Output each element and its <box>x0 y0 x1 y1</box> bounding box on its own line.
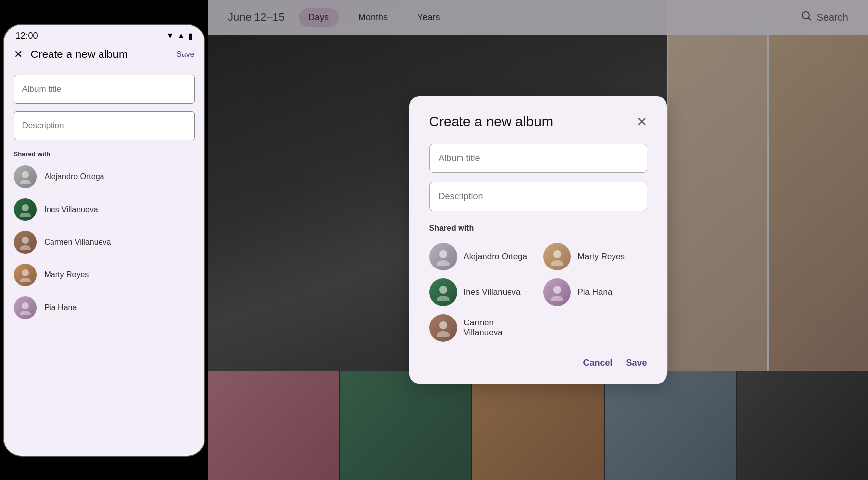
phone-status-bar: 12:00 ▼ ▲ ▮ <box>4 25 204 44</box>
avatar-alejandro <box>14 165 37 188</box>
svg-point-15 <box>551 260 563 266</box>
svg-point-4 <box>22 237 29 244</box>
phone-contact-carmen: Carmen Villanueva <box>14 231 195 254</box>
tablet-container: June 12–15 Days Months Years Search Crea… <box>208 0 868 480</box>
phone-screen-title: Create a new album <box>31 48 169 61</box>
svg-point-7 <box>20 278 31 282</box>
svg-point-1 <box>20 180 31 184</box>
svg-point-18 <box>553 286 561 294</box>
modal-description-input[interactable] <box>429 182 647 211</box>
modal-avatar-ines <box>429 278 457 306</box>
phone-contact-name-pia: Pia Hana <box>45 303 77 312</box>
wifi-icon: ▼ <box>166 31 174 40</box>
svg-point-8 <box>22 302 29 309</box>
modal-contact-name-carmen: Carmen Villanueva <box>464 318 533 338</box>
svg-point-9 <box>20 311 31 315</box>
phone-time: 12:00 <box>16 31 38 41</box>
modal-contact-alejandro: Alejandro Ortega <box>429 243 533 270</box>
phone-contact-name-carmen: Carmen Villanueva <box>45 238 111 247</box>
phone-shared-with-label: Shared with <box>14 150 195 158</box>
svg-point-2 <box>22 204 29 211</box>
phone-container: 12:00 ▼ ▲ ▮ ✕ Create a new album Save Sh… <box>0 0 208 480</box>
modal-contact-name-pia: Pia Hana <box>578 287 613 297</box>
svg-point-5 <box>20 245 31 250</box>
svg-point-13 <box>437 260 450 266</box>
modal-album-title-input[interactable] <box>429 144 647 173</box>
phone-save-button[interactable]: Save <box>176 50 194 59</box>
svg-point-6 <box>22 269 29 276</box>
phone-content: Shared with Alejandro Ortega Ines Villan… <box>4 67 204 456</box>
modal-contact-empty <box>543 314 647 342</box>
modal-contact-pia: Pia Hana <box>543 278 647 306</box>
modal-close-button[interactable]: ✕ <box>636 115 647 128</box>
modal-contact-marty: Marty Reyes <box>543 243 647 270</box>
modal-avatar-carmen <box>429 314 457 342</box>
modal-contact-name-alejandro: Alejandro Ortega <box>464 252 528 262</box>
modal-contact-carmen: Carmen Villanueva <box>429 314 533 342</box>
modal-contact-name-ines: Ines Villanueva <box>464 287 521 297</box>
modal-overlay: Create a new album ✕ Shared with Alejand… <box>208 0 868 480</box>
signal-icon: ▲ <box>177 31 185 40</box>
svg-point-14 <box>553 250 561 258</box>
phone-description-input[interactable] <box>14 111 195 140</box>
svg-point-20 <box>439 321 447 329</box>
avatar-pia <box>14 296 37 319</box>
modal-avatar-marty <box>543 243 571 270</box>
phone-contact-pia: Pia Hana <box>14 296 195 319</box>
modal-cancel-button[interactable]: Cancel <box>583 358 612 368</box>
phone-contact-ines: Ines Villanueva <box>14 198 195 221</box>
svg-point-0 <box>22 171 29 178</box>
modal-avatar-alejandro <box>429 243 457 270</box>
phone-toolbar: ✕ Create a new album Save <box>4 44 204 67</box>
phone: 12:00 ▼ ▲ ▮ ✕ Create a new album Save Sh… <box>4 25 204 456</box>
svg-point-12 <box>439 250 447 258</box>
phone-contact-name-alejandro: Alejandro Ortega <box>45 172 104 181</box>
avatar-ines <box>14 198 37 221</box>
svg-point-16 <box>439 286 447 294</box>
modal-contact-name-marty: Marty Reyes <box>578 252 625 262</box>
modal-avatar-pia <box>543 278 571 306</box>
modal-title: Create a new album <box>429 114 554 130</box>
phone-close-button[interactable]: ✕ <box>14 48 23 61</box>
phone-status-icons: ▼ ▲ ▮ <box>166 31 193 41</box>
battery-icon: ▮ <box>188 31 193 41</box>
svg-point-21 <box>437 331 450 337</box>
avatar-carmen <box>14 231 37 254</box>
phone-contact-name-ines: Ines Villanueva <box>45 205 98 214</box>
phone-contact-name-marty: Marty Reyes <box>45 270 89 279</box>
phone-contact-marty: Marty Reyes <box>14 264 195 286</box>
create-album-modal: Create a new album ✕ Shared with Alejand… <box>409 96 667 384</box>
svg-point-17 <box>437 296 450 301</box>
modal-contact-ines: Ines Villanueva <box>429 278 533 306</box>
svg-point-3 <box>20 213 31 217</box>
phone-contact-alejandro: Alejandro Ortega <box>14 165 195 188</box>
svg-point-19 <box>551 296 563 301</box>
modal-save-button[interactable]: Save <box>626 358 647 368</box>
modal-shared-with-label: Shared with <box>429 224 647 233</box>
phone-album-title-input[interactable] <box>14 75 195 104</box>
modal-contacts-grid: Alejandro Ortega Marty Reyes Ines Villan… <box>429 243 647 342</box>
avatar-marty <box>14 264 37 286</box>
modal-actions: Cancel Save <box>429 358 647 368</box>
modal-header: Create a new album ✕ <box>429 114 647 130</box>
